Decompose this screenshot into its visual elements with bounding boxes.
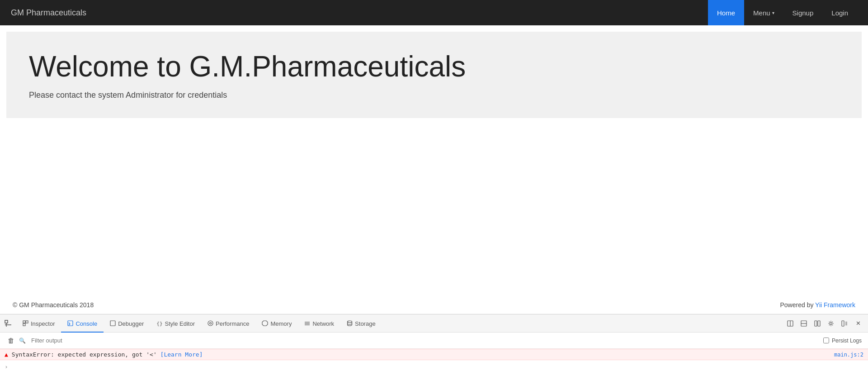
console-error-source[interactable]: main.js:2: [834, 352, 863, 358]
hero-section: Welcome to G.M.Pharmaceuticals Please co…: [6, 32, 862, 118]
tab-storage-label: Storage: [355, 320, 376, 327]
devtools-split-horizontal-button[interactable]: [784, 317, 797, 330]
devtools-actions: ✕: [780, 317, 868, 330]
error-icon: ▲: [5, 351, 8, 358]
console-toolbar: 🗑 🔍 Persist Logs: [0, 333, 868, 349]
console-learn-more-link[interactable]: [Learn More]: [160, 351, 203, 358]
tab-performance-label: Performance: [216, 320, 249, 327]
tab-inspector-label: Inspector: [31, 320, 55, 327]
svg-rect-6: [68, 321, 73, 326]
svg-rect-3: [23, 321, 25, 323]
svg-rect-21: [818, 321, 820, 326]
svg-rect-5: [23, 323, 25, 326]
footer-powered-by: Powered by Yii Framework: [780, 301, 855, 309]
devtools-panel: Inspector Console Debugger {} Style Edit…: [0, 314, 868, 390]
navbar-links: Home Menu ▾ Signup Login: [708, 0, 857, 25]
nav-link-menu[interactable]: Menu ▾: [744, 0, 783, 25]
devtools-tabs: Inspector Console Debugger {} Style Edit…: [16, 314, 780, 333]
persist-logs-checkbox[interactable]: [823, 338, 829, 343]
svg-point-10: [208, 321, 213, 326]
tab-style-editor-label: Style Editor: [165, 320, 195, 327]
debugger-icon: [110, 320, 116, 328]
navbar: GM Pharmaceuticals Home Menu ▾ Signup Lo…: [0, 0, 868, 25]
tab-performance[interactable]: Performance: [201, 316, 255, 333]
svg-rect-20: [815, 321, 817, 326]
memory-icon: [262, 320, 268, 328]
storage-icon: [347, 320, 353, 328]
prompt-icon: ›: [5, 363, 8, 370]
nav-link-signup[interactable]: Signup: [783, 0, 823, 25]
page-footer: © GM Pharmaceuticals 2018 Powered by Yii…: [0, 296, 868, 314]
console-prompt-row: ›: [0, 360, 868, 373]
clear-console-button[interactable]: 🗑: [3, 332, 19, 350]
navbar-brand: GM Pharmaceuticals: [11, 8, 86, 18]
devtools-resize-button[interactable]: [811, 317, 824, 330]
svg-line-8: [69, 324, 70, 325]
hero-subtitle: Please contact the system Administrator …: [29, 90, 839, 100]
hero-title: Welcome to G.M.Pharmaceuticals: [29, 50, 839, 83]
devtools-more-button[interactable]: [838, 317, 851, 330]
tab-inspector[interactable]: Inspector: [16, 316, 61, 333]
nav-link-home[interactable]: Home: [708, 0, 744, 25]
tab-memory-label: Memory: [270, 320, 292, 327]
tab-debugger[interactable]: Debugger: [104, 316, 150, 333]
nav-link-login[interactable]: Login: [822, 0, 857, 25]
devtools-toolbar: Inspector Console Debugger {} Style Edit…: [0, 314, 868, 333]
devtools-split-panel-button[interactable]: [797, 317, 810, 330]
page-body: [0, 124, 868, 296]
svg-point-15: [348, 321, 352, 323]
tab-style-editor[interactable]: {} Style Editor: [150, 316, 201, 333]
console-filter-input[interactable]: [28, 334, 823, 347]
console-error-row: ▲ SyntaxError: expected expression, got …: [0, 349, 868, 360]
tab-console[interactable]: Console: [61, 316, 104, 333]
svg-line-7: [69, 323, 70, 324]
footer-framework-link[interactable]: Yii Framework: [815, 301, 855, 309]
tab-storage[interactable]: Storage: [340, 316, 382, 333]
devtools-close-button[interactable]: ✕: [852, 317, 864, 330]
svg-rect-4: [26, 321, 28, 323]
main-content: Welcome to G.M.Pharmaceuticals Please co…: [0, 25, 868, 314]
network-icon: [304, 320, 310, 328]
filter-icon: 🔍: [19, 338, 26, 344]
console-output: ▲ SyntaxError: expected expression, got …: [0, 349, 868, 390]
svg-rect-0: [5, 320, 8, 323]
footer-copyright: © GM Pharmaceuticals 2018: [13, 301, 94, 309]
console-error-message: SyntaxError: expected expression, got '<…: [12, 351, 827, 358]
performance-icon: [208, 320, 213, 328]
devtools-settings-button[interactable]: [825, 317, 837, 330]
console-icon: [67, 320, 73, 328]
tab-network-label: Network: [312, 320, 334, 327]
persist-logs-label: Persist Logs: [823, 338, 862, 344]
svg-rect-23: [842, 321, 844, 326]
inspector-icon: [23, 320, 28, 328]
svg-rect-9: [110, 321, 115, 326]
style-editor-icon: {}: [156, 321, 162, 327]
tab-debugger-label: Debugger: [118, 320, 144, 327]
tab-memory[interactable]: Memory: [255, 316, 298, 333]
svg-point-11: [210, 322, 212, 324]
nav-link-menu-label: Menu: [753, 9, 770, 17]
tab-network[interactable]: Network: [298, 316, 340, 333]
tab-console-label: Console: [75, 320, 97, 327]
chevron-down-icon: ▾: [772, 10, 774, 15]
svg-point-22: [830, 322, 832, 324]
devtools-inspect-button[interactable]: [0, 314, 16, 333]
